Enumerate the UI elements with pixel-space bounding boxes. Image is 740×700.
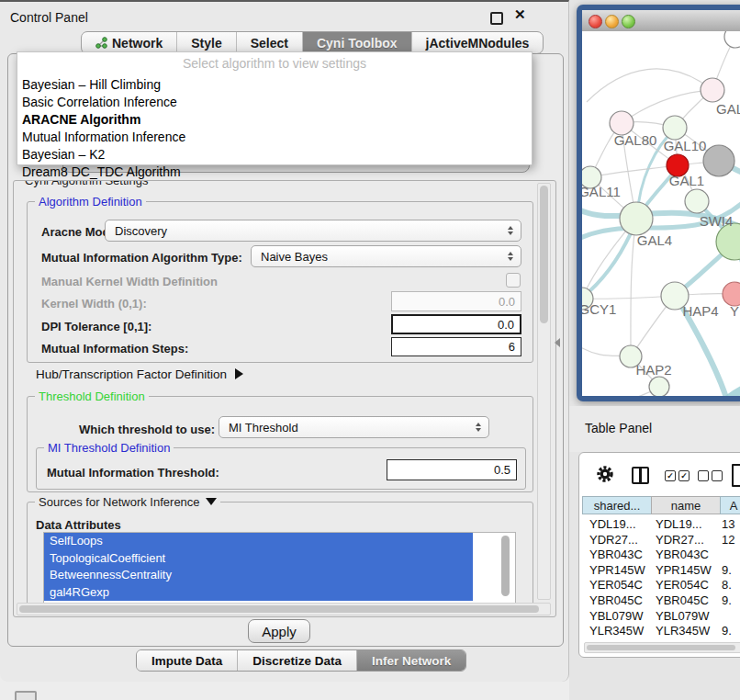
minimized-window-icon[interactable] xyxy=(15,691,37,700)
close-icon[interactable] xyxy=(514,6,526,23)
mi-threshold-field[interactable]: 0.5 xyxy=(387,459,517,480)
algorithm-dropdown-prompt: Select algorithm to view settings xyxy=(17,52,532,76)
close-traffic-light-icon[interactable] xyxy=(589,15,602,28)
attribute-item[interactable]: SelfLoops xyxy=(44,533,473,550)
table-row[interactable]: YIL052CYIL052C9. xyxy=(580,638,740,640)
table-panel-title: Table Panel xyxy=(585,421,652,435)
tab-label: Style xyxy=(191,36,221,51)
network-edge[interactable] xyxy=(587,387,659,396)
network-node-gal10[interactable] xyxy=(663,116,687,140)
table-row[interactable]: YBL079WYBL079W xyxy=(580,608,740,624)
network-node[interactable] xyxy=(649,377,669,396)
network-node-gal[interactable] xyxy=(701,78,724,102)
table-row[interactable]: YER054CYER054C8. xyxy=(580,577,740,593)
settings-vertical-scrollbar[interactable] xyxy=(537,183,551,600)
select-all-check-icon[interactable] xyxy=(665,470,676,481)
network-edge[interactable] xyxy=(631,219,636,356)
network-canvas[interactable]: GALGAL80GAL10GAL1GAL11SWI4GAL4GCY1HAP4YH… xyxy=(582,31,740,396)
column-header-name[interactable]: name xyxy=(651,496,721,514)
table-cell: YPR145W xyxy=(589,563,645,577)
table-cell: YLR345W xyxy=(656,624,710,638)
deselect-all-icon[interactable] xyxy=(712,470,723,481)
algorithm-option[interactable]: Basic Correlation Inference xyxy=(17,94,532,111)
table-row[interactable]: YDL19...YDL19...13 xyxy=(580,516,740,532)
network-node[interactable] xyxy=(724,31,740,48)
table-cell: YBL079W xyxy=(656,609,710,623)
network-edge[interactable] xyxy=(590,165,678,177)
show-columns-icon[interactable] xyxy=(632,467,649,484)
float-window-icon[interactable] xyxy=(490,12,503,25)
control-panel-title: Control Panel xyxy=(10,10,88,25)
table-cell: YER054C xyxy=(656,578,709,592)
minimize-traffic-light-icon[interactable] xyxy=(605,15,619,28)
table-hscroll-thumb[interactable] xyxy=(587,645,735,650)
attribute-item[interactable]: BetweennessCentrality xyxy=(44,567,473,584)
list-scrollbar-thumb[interactable] xyxy=(501,536,510,596)
attribute-item[interactable]: gal4RGexp xyxy=(44,584,473,602)
table-cell: 9. xyxy=(722,624,732,638)
table-cell: YIL052C xyxy=(656,639,702,640)
column-header-shared-name[interactable]: shared... xyxy=(582,496,652,514)
node-label: GAL4 xyxy=(637,232,672,248)
table-horizontal-scrollbar[interactable] xyxy=(584,642,740,653)
settings-horizontal-scrollbar[interactable] xyxy=(17,603,551,615)
table-row[interactable]: YBR043CYBR043C xyxy=(580,547,740,562)
bottom-tab-discretize-data[interactable]: Discretize Data xyxy=(237,650,356,671)
split-pane-handle-icon[interactable] xyxy=(555,338,560,347)
gear-icon[interactable] xyxy=(595,464,615,484)
network-edge[interactable] xyxy=(587,69,712,102)
hub-definition-label: Hub/Transcription Factor Definition xyxy=(36,367,227,381)
mi-threshold-group-title: MI Threshold Definition xyxy=(44,441,174,455)
algorithm-option[interactable]: Mutual Information Inference xyxy=(17,129,532,146)
kernel-width-field[interactable]: 0.0 xyxy=(391,291,521,311)
export-table-icon[interactable] xyxy=(732,464,740,487)
hub-definition-expander[interactable]: Hub/Transcription Factor Definition xyxy=(36,367,243,381)
network-node-gal4[interactable] xyxy=(620,202,653,235)
tab-network[interactable]: Network xyxy=(82,32,176,53)
manual-kernel-checkbox[interactable] xyxy=(506,273,521,288)
mi-type-label: Mutual Information Algorithm Type: xyxy=(41,251,242,265)
algorithm-option[interactable]: Bayesian – Hill Climbing xyxy=(17,76,532,94)
zoom-traffic-light-icon[interactable] xyxy=(622,15,635,28)
mi-steps-field[interactable]: 6 xyxy=(391,337,521,356)
combo-stepper-icon xyxy=(476,423,481,432)
table-row[interactable]: YBR045CYBR045C9. xyxy=(580,593,740,608)
collapse-down-icon xyxy=(206,498,217,505)
algorithm-definition-title: Algorithm Definition xyxy=(35,195,146,209)
table-cell: YBR043C xyxy=(589,548,643,561)
table-row[interactable]: YDR27...YDR27...12 xyxy=(580,532,740,548)
column-header-partial[interactable]: A xyxy=(720,496,740,514)
sources-group-title[interactable]: Sources for Network Inference xyxy=(35,495,220,509)
dpi-tolerance-field[interactable]: 0.0 xyxy=(391,314,521,334)
settings-vscroll-thumb[interactable] xyxy=(540,186,548,323)
table-row[interactable]: YPR145WYPR145W9. xyxy=(580,562,740,578)
algorithm-option[interactable]: Bayesian – K2 xyxy=(17,146,532,164)
bottom-tab-impute-data[interactable]: Impute Data xyxy=(137,650,237,671)
attribute-item[interactable]: TopologicalCoefficient xyxy=(44,550,473,568)
table-row[interactable]: YLR345WYLR345W9. xyxy=(580,623,740,638)
settings-hscroll-thumb[interactable] xyxy=(19,605,539,613)
which-threshold-combo[interactable]: MI Threshold xyxy=(219,416,489,438)
network-node-swi4[interactable] xyxy=(685,189,709,213)
tab-style[interactable]: Style xyxy=(176,32,235,53)
mi-type-combo[interactable]: Naive Bayes xyxy=(251,245,521,267)
tab-select[interactable]: Select xyxy=(236,32,302,53)
select-all-check-icon[interactable] xyxy=(678,470,690,481)
tab-jactivemnodules[interactable]: jActiveMNodules xyxy=(411,32,544,53)
network-node[interactable] xyxy=(703,145,734,176)
aracne-mode-combo[interactable]: Discovery xyxy=(105,220,521,242)
algorithm-option[interactable]: ARACNE Algorithm xyxy=(17,111,532,129)
expand-right-icon xyxy=(235,368,243,379)
apply-button[interactable]: Apply xyxy=(248,619,310,643)
tab-label: jActiveMNodules xyxy=(426,36,530,51)
network-icon xyxy=(95,37,107,49)
tab-cyni-toolbox[interactable]: Cyni Toolbox xyxy=(302,32,411,53)
algorithm-option[interactable]: Dream8 DC_TDC Algorithm xyxy=(17,164,532,181)
table-cell: YBR043C xyxy=(656,548,709,561)
network-graph[interactable]: GALGAL80GAL10GAL1GAL11SWI4GAL4GCY1HAP4YH… xyxy=(582,31,740,396)
bottom-tab-infer-network[interactable]: Infer Network xyxy=(356,650,465,671)
data-attributes-list[interactable]: SelfLoopsTopologicalCoefficientBetweenne… xyxy=(43,532,516,604)
table-cell: YBL079W xyxy=(589,609,644,623)
manual-kernel-label: Manual Kernel Width Definition xyxy=(41,275,218,288)
deselect-all-icon[interactable] xyxy=(698,470,709,481)
